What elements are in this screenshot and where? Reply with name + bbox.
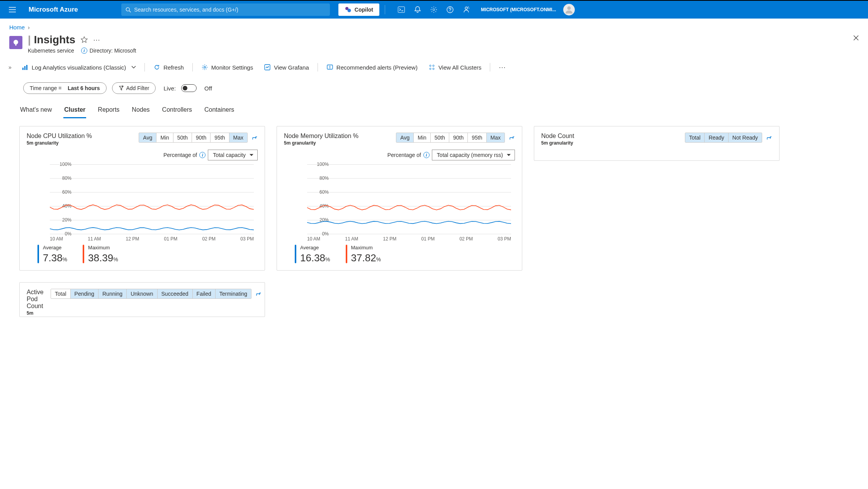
metric-option-90th[interactable]: 90th: [449, 133, 468, 142]
legend-color-bar: [83, 245, 84, 263]
view-all-clusters-button[interactable]: View All Clusters: [424, 61, 486, 73]
copilot-icon: [345, 6, 352, 13]
view-grafana-button[interactable]: View Grafana: [259, 61, 314, 73]
metric-option-avg[interactable]: Avg: [139, 133, 156, 142]
card-granularity: 5m granularity: [27, 140, 92, 146]
grafana-icon: [264, 64, 271, 71]
help-icon[interactable]: [442, 2, 458, 17]
metric-option-ready[interactable]: Ready: [705, 133, 728, 142]
x-tick-label: 12 PM: [126, 236, 139, 242]
monitor-settings-button[interactable]: Monitor Settings: [197, 61, 258, 73]
tab-reports[interactable]: Reports: [97, 103, 120, 118]
x-tick-label: 11 AM: [88, 236, 101, 242]
percentage-of-label: Percentage of: [387, 152, 421, 158]
svg-point-16: [430, 65, 431, 66]
tab-cluster[interactable]: Cluster: [63, 103, 86, 118]
metric-option-95th[interactable]: 95th: [211, 133, 229, 142]
tab-nodes[interactable]: Nodes: [131, 103, 150, 118]
breadcrumb-home[interactable]: Home: [9, 24, 25, 31]
capacity-select[interactable]: Total capacity: [208, 150, 258, 160]
info-icon: i: [81, 48, 87, 54]
pin-icon[interactable]: [766, 135, 772, 141]
legend-value: 16.38%: [300, 252, 330, 264]
metric-selector: AvgMin50th90th95thMax: [396, 133, 505, 143]
x-tick-label: 02 PM: [459, 236, 473, 242]
info-icon[interactable]: i: [423, 152, 430, 158]
legend-value: 37.82%: [351, 252, 381, 264]
tabs: What's newClusterReportsNodesControllers…: [0, 99, 868, 118]
brand-label[interactable]: Microsoft Azure: [23, 6, 83, 14]
more-icon[interactable]: ⋯: [93, 36, 100, 44]
favorite-star-icon[interactable]: [81, 36, 88, 43]
metric-option-90th[interactable]: 90th: [192, 133, 211, 142]
notifications-icon[interactable]: [410, 2, 425, 17]
settings-gear-icon[interactable]: [426, 2, 442, 17]
legend-item: Average7.38%: [37, 245, 67, 264]
metric-option-95th[interactable]: 95th: [468, 133, 486, 142]
breadcrumb: Home ›: [0, 19, 868, 34]
legend-color-bar: [37, 245, 39, 263]
card-pod-count: Active Pod Count 5m granularity TotalPen…: [19, 282, 265, 317]
metric-option-succeeded[interactable]: Succeeded: [158, 289, 193, 298]
refresh-icon: [153, 64, 160, 71]
pin-icon[interactable]: [255, 291, 262, 297]
pin-icon[interactable]: [509, 135, 515, 141]
percentage-of-label: Percentage of: [163, 152, 197, 158]
recommended-alerts-button[interactable]: Recommended alerts (Preview): [322, 61, 422, 73]
chevron-right-icon: ›: [28, 24, 30, 31]
card-node-count: Node Count 5m granularity TotalReadyNot …: [534, 126, 780, 161]
metric-option-total[interactable]: Total: [685, 133, 705, 142]
metric-option-failed[interactable]: Failed: [193, 289, 216, 298]
hamburger-menu-icon[interactable]: [5, 2, 20, 17]
chart-icon: [22, 64, 29, 71]
copilot-button[interactable]: Copilot: [338, 3, 379, 16]
more-commands-icon[interactable]: ⋯: [494, 61, 510, 74]
top-bar: Microsoft Azure Copilot MICROSOFT (MICRO…: [0, 0, 868, 19]
add-filter-pill[interactable]: Add Filter: [112, 82, 156, 94]
feedback-icon[interactable]: [459, 2, 474, 17]
refresh-button[interactable]: Refresh: [149, 61, 189, 73]
global-search[interactable]: [121, 3, 330, 16]
search-input[interactable]: [134, 7, 326, 13]
info-icon[interactable]: i: [199, 152, 206, 158]
visualizations-dropdown[interactable]: Log Analytics visualizations (Classic): [17, 61, 141, 73]
svg-rect-10: [22, 68, 24, 70]
capacity-select[interactable]: Total capacity (memory rss): [432, 150, 515, 160]
metric-option-avg[interactable]: Avg: [396, 133, 414, 142]
pin-icon[interactable]: [251, 135, 258, 141]
metric-option-pending[interactable]: Pending: [71, 289, 99, 298]
metric-option-max[interactable]: Max: [229, 133, 247, 142]
tab-what-s-new[interactable]: What's new: [19, 103, 53, 118]
metric-option-50th[interactable]: 50th: [173, 133, 192, 142]
legend-label: Maximum: [351, 245, 381, 250]
live-toggle[interactable]: [181, 84, 197, 92]
metric-option-total[interactable]: Total: [51, 289, 71, 298]
metric-option-not-ready[interactable]: Not Ready: [729, 133, 762, 142]
avatar[interactable]: [563, 4, 575, 15]
tab-containers[interactable]: Containers: [204, 103, 235, 118]
x-tick-label: 11 AM: [345, 236, 358, 242]
tab-controllers[interactable]: Controllers: [161, 103, 193, 118]
expand-sidebar-icon[interactable]: »: [5, 64, 15, 70]
card-title: Node Count: [541, 133, 574, 140]
svg-point-8: [14, 40, 18, 44]
tenant-label[interactable]: MICROSOFT (MICROSOFT.ONMI...: [481, 7, 556, 12]
metric-option-min[interactable]: Min: [414, 133, 431, 142]
metric-option-terminating[interactable]: Terminating: [216, 289, 251, 298]
svg-point-6: [465, 7, 467, 9]
metric-selector: AvgMin50th90th95thMax: [139, 133, 248, 143]
metric-option-min[interactable]: Min: [156, 133, 173, 142]
close-icon[interactable]: [853, 35, 859, 41]
legend-value: 7.38%: [43, 252, 67, 264]
time-range-pill[interactable]: Time range = Last 6 hours: [23, 82, 107, 94]
cloud-shell-icon[interactable]: [394, 2, 409, 17]
metric-option-max[interactable]: Max: [487, 133, 504, 142]
svg-point-17: [433, 65, 434, 66]
metric-option-50th[interactable]: 50th: [431, 133, 449, 142]
card-granularity: 5m granularity: [284, 140, 358, 146]
svg-point-18: [430, 68, 431, 70]
metric-option-running[interactable]: Running: [99, 289, 127, 298]
legend-item: Maximum37.82%: [346, 245, 381, 264]
metric-option-unknown[interactable]: Unknown: [127, 289, 157, 298]
svg-rect-9: [15, 44, 17, 46]
